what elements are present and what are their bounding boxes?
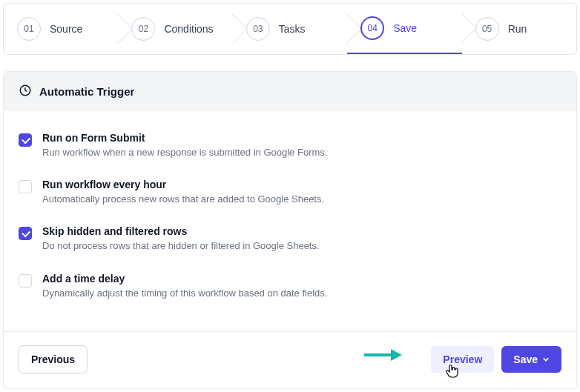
option-time-delay: Add a time delay Dynamically adjust the … bbox=[19, 273, 561, 300]
panel-title: Automatic Trigger bbox=[39, 85, 134, 98]
checkbox-skip-hidden[interactable] bbox=[19, 227, 32, 240]
option-desc: Automatically process new rows that are … bbox=[42, 193, 561, 206]
step-label: Save bbox=[393, 22, 417, 34]
option-skip-hidden: Skip hidden and filtered rows Do not pro… bbox=[19, 225, 561, 253]
save-button-label: Save bbox=[513, 353, 538, 365]
step-number: 04 bbox=[360, 16, 384, 40]
trigger-panel: Automatic Trigger Run on Form Submit Run… bbox=[3, 71, 577, 389]
step-conditions[interactable]: 02 Conditions bbox=[118, 4, 232, 54]
option-text: Skip hidden and filtered rows Do not pro… bbox=[42, 225, 561, 253]
save-button[interactable]: Save bbox=[501, 346, 561, 373]
option-desc: Dynamically adjust the timing of this wo… bbox=[42, 287, 561, 300]
step-tasks[interactable]: 03 Tasks bbox=[233, 4, 347, 54]
step-label: Run bbox=[508, 23, 527, 35]
step-run[interactable]: 05 Run bbox=[462, 4, 576, 54]
stepper-nav: 01 Source 02 Conditions 03 Tasks 04 Save… bbox=[3, 3, 577, 55]
option-text: Run on Form Submit Run workflow when a n… bbox=[42, 132, 561, 159]
step-number: 02 bbox=[131, 17, 155, 41]
checkbox-every-hour[interactable] bbox=[19, 180, 32, 193]
preview-button[interactable]: Preview bbox=[431, 346, 494, 373]
option-form-submit: Run on Form Submit Run workflow when a n… bbox=[19, 132, 561, 159]
checkbox-form-submit[interactable] bbox=[19, 133, 32, 147]
checkbox-time-delay[interactable] bbox=[19, 274, 32, 288]
step-source[interactable]: 01 Source bbox=[4, 4, 118, 54]
option-every-hour: Run workflow every hour Automatically pr… bbox=[19, 179, 561, 206]
step-save[interactable]: 04 Save bbox=[347, 4, 461, 55]
option-title: Run workflow every hour bbox=[42, 179, 561, 190]
step-number: 01 bbox=[17, 17, 41, 41]
option-title: Skip hidden and filtered rows bbox=[42, 225, 561, 237]
clock-icon bbox=[19, 84, 32, 99]
panel-footer: Previous Preview Save bbox=[4, 331, 576, 388]
step-label: Source bbox=[50, 23, 82, 35]
pointer-arrow-icon bbox=[363, 342, 407, 372]
option-title: Run on Form Submit bbox=[42, 132, 561, 144]
previous-button[interactable]: Previous bbox=[19, 345, 88, 373]
step-label: Conditions bbox=[164, 23, 213, 35]
step-label: Tasks bbox=[279, 23, 306, 35]
option-text: Add a time delay Dynamically adjust the … bbox=[42, 273, 561, 300]
panel-header: Automatic Trigger bbox=[4, 72, 576, 111]
step-number: 05 bbox=[475, 17, 499, 41]
option-desc: Run workflow when a new response is subm… bbox=[42, 146, 561, 159]
footer-actions: Preview Save bbox=[431, 346, 561, 373]
options-list: Run on Form Submit Run workflow when a n… bbox=[4, 111, 576, 327]
option-text: Run workflow every hour Automatically pr… bbox=[42, 179, 561, 206]
option-title: Add a time delay bbox=[42, 273, 561, 285]
option-desc: Do not process rows that are hidden or f… bbox=[42, 239, 561, 253]
chevron-down-icon bbox=[542, 353, 550, 365]
step-number: 03 bbox=[246, 17, 270, 41]
